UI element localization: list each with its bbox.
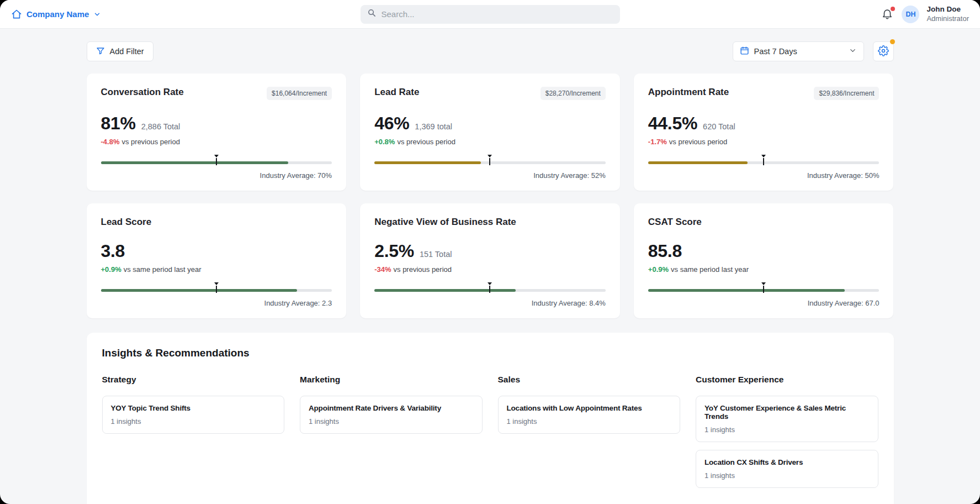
industry-average: Industry Average: 67.0 [648,299,880,307]
search-icon [367,8,377,20]
metric-title: Lead Rate [374,87,419,98]
bar-marker [761,155,766,165]
bar-fill [101,161,288,164]
increment-badge: $28,270/Increment [541,87,606,100]
metric-change-suffix: vs previous period [121,138,180,146]
bar-marker [488,155,492,165]
metric-card-negative-view-rate: Negative View of Business Rate 2.5% 151 … [360,203,620,318]
industry-average: Industry Average: 70% [101,171,332,180]
avatar[interactable]: DH [902,6,919,23]
add-filter-button[interactable]: Add Filter [87,41,153,61]
metric-change-value: -1.7% [648,138,667,146]
metric-change: +0.9%vs same period last year [648,265,880,274]
marker-triangle-icon [488,155,492,158]
increment-badge: $29,836/Increment [814,87,879,100]
bar-fill [648,289,845,292]
metric-value: 46% [374,113,409,134]
metric-value: 81% [101,113,136,134]
marker-tick [216,286,217,293]
metric-change-value: -4.8% [101,138,120,146]
metric-total: 2,886 Total [141,122,181,131]
settings-button[interactable] [873,41,894,61]
insight-card-meta: 1 insights [111,417,276,426]
company-name: Company Name [27,9,89,19]
metric-change-value: +0.9% [648,265,669,274]
insight-card-meta: 1 insights [704,471,870,480]
notifications-button[interactable] [881,8,894,21]
metric-change-value: +0.8% [374,138,395,146]
metric-title: Negative View of Business Rate [374,217,516,228]
user-menu[interactable]: John Doe Administrator [926,5,969,23]
marker-tick [489,158,490,165]
insight-card[interactable]: Location CX Shifts & Drivers 1 insights [696,450,878,488]
marker-tick [489,286,490,293]
bar-fill [374,161,481,164]
marker-tick [763,158,764,165]
bar-marker [761,282,766,293]
marker-triangle-icon [761,155,766,158]
insights-column-marketing: Marketing Appointment Rate Drivers & Var… [300,375,483,442]
insights-column-strategy: Strategy YOY Topic Trend Shifts 1 insigh… [102,375,285,442]
insight-card[interactable]: Appointment Rate Drivers & Variability 1… [300,396,483,434]
benchmark-bar [374,282,606,295]
column-heading: Strategy [102,375,285,385]
dashboard-page: Company Name DH John Doe Administrator [0,0,980,504]
gear-icon [878,45,889,58]
add-filter-label: Add Filter [110,47,144,56]
main-content: Add Filter Past 7 Days [87,41,894,504]
bar-marker [214,155,219,165]
insight-card-title: Appointment Rate Drivers & Variability [309,404,474,412]
home-icon [11,9,22,20]
insight-card-meta: 1 insights [309,417,474,426]
insight-card-title: YoY Customer Experience & Sales Metric T… [704,404,870,421]
metric-value: 85.8 [648,241,682,261]
benchmark-bar [101,155,332,167]
insight-card-meta: 1 insights [507,417,672,426]
chevron-down-icon [93,11,101,18]
bar-fill [648,161,748,164]
insight-card[interactable]: YOY Topic Trend Shifts 1 insights [102,396,285,434]
metric-card-lead-score: Lead Score 3.8 +0.9%vs same period last … [87,203,347,318]
benchmark-bar [648,155,880,167]
metric-title: Appointment Rate [648,87,729,98]
increment-badge: $16,064/Increment [267,87,332,100]
marker-triangle-icon [761,282,766,285]
metric-change-value: +0.9% [101,265,121,274]
marker-triangle-icon [488,282,492,285]
metric-card-lead-rate: Lead Rate $28,270/Increment 46% 1,369 to… [360,74,620,191]
metric-title: CSAT Score [648,217,702,228]
industry-average: Industry Average: 8.4% [374,299,606,307]
marker-tick [763,286,764,293]
search-bar [361,5,620,24]
benchmark-bar [648,282,880,295]
calendar-icon [740,46,749,57]
search-input[interactable] [382,9,613,19]
metric-change-suffix: vs same period last year [124,265,202,274]
metric-card-appointment-rate: Appointment Rate $29,836/Increment 44.5%… [634,74,894,191]
column-heading: Marketing [300,375,483,385]
metric-value: 2.5% [374,241,414,261]
metric-change-suffix: vs same period last year [671,265,749,274]
insight-card-title: Location CX Shifts & Drivers [704,458,870,466]
insight-card-title: YOY Topic Trend Shifts [111,404,276,412]
metric-change: -4.8%vs previous period [101,138,332,146]
bar-marker [488,282,492,293]
metric-total: 1,369 total [415,122,452,131]
filter-icon [96,46,105,57]
metric-change: +0.9%vs same period last year [101,265,332,274]
industry-average: Industry Average: 2.3 [101,299,332,307]
insight-card[interactable]: Locations with Low Appointment Rates 1 i… [498,396,681,434]
filter-toolbar: Add Filter Past 7 Days [87,41,894,61]
insight-card[interactable]: YoY Customer Experience & Sales Metric T… [696,396,878,442]
metric-change-suffix: vs previous period [394,265,452,274]
date-range-value: Past 7 Days [754,47,797,56]
insights-column-sales: Sales Locations with Low Appointment Rat… [498,375,681,442]
date-range-select[interactable]: Past 7 Days [733,41,864,61]
company-switcher[interactable]: Company Name [11,9,101,20]
bar-fill [374,289,515,292]
metric-card-csat-score: CSAT Score 85.8 +0.9%vs same period last… [634,203,894,318]
insight-card-meta: 1 insights [704,426,870,434]
metric-value: 44.5% [648,113,697,134]
metric-card-conversation-rate: Conversation Rate $16,064/Increment 81% … [87,74,347,191]
metric-title: Lead Score [101,217,152,228]
